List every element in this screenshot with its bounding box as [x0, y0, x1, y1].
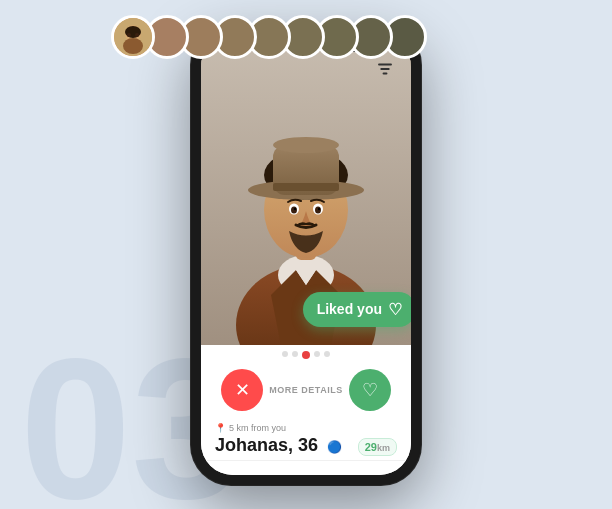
dot-3-active [302, 351, 310, 359]
svg-point-5 [123, 38, 143, 54]
profile-info: 📍 5 km from you Johanas, 36 🔵 29km [201, 417, 411, 460]
svg-point-24 [318, 207, 320, 209]
phone-frame: 9:41 ▲ [191, 25, 421, 485]
svg-point-22 [315, 206, 321, 213]
liked-you-text: Liked you [317, 301, 382, 317]
svg-point-17 [273, 137, 339, 153]
like-icon: ♡ [362, 379, 378, 401]
name-verified-group: Johanas, 36 🔵 [215, 435, 342, 456]
dislike-button[interactable]: ✕ [221, 369, 263, 411]
bottom-navigation [201, 460, 411, 475]
more-details-label[interactable]: MORE DETAILS [269, 385, 342, 395]
svg-point-3 [127, 33, 131, 37]
name-row: Johanas, 36 🔵 29km [215, 435, 397, 456]
photo-dots-indicator [201, 345, 411, 363]
messages-nav-item[interactable] [326, 469, 362, 475]
svg-point-23 [294, 207, 296, 209]
dot-1 [282, 351, 288, 357]
location-text: 5 km from you [229, 423, 286, 433]
likes-nav-item[interactable] [288, 469, 324, 475]
liked-you-heart-icon: ♡ [388, 300, 402, 319]
explore-nav-item[interactable] [250, 469, 286, 475]
age-badge: 29km [358, 438, 397, 456]
filter-button[interactable] [371, 55, 399, 83]
story-avatars-strip [111, 15, 427, 59]
svg-point-21 [291, 206, 297, 213]
action-buttons-row: ✕ MORE DETAILS ♡ [201, 363, 411, 417]
dot-5 [324, 351, 330, 357]
profile-nav-item[interactable] [212, 469, 248, 475]
svg-rect-18 [273, 183, 339, 191]
liked-you-badge[interactable]: Liked you ♡ [303, 292, 411, 327]
location-pin-icon: 📍 [215, 423, 226, 433]
dot-4 [314, 351, 320, 357]
age-unit: km [377, 443, 390, 453]
verified-icon: 🔵 [327, 440, 342, 454]
dot-2 [292, 351, 298, 357]
profile-name: Johanas, 36 [215, 435, 318, 455]
like-button[interactable]: ♡ [349, 369, 391, 411]
menu-nav-item[interactable] [364, 469, 400, 475]
age-value: 29 [365, 441, 377, 453]
dislike-icon: ✕ [235, 379, 250, 401]
svg-point-4 [135, 33, 139, 37]
story-avatar-1[interactable] [111, 15, 155, 59]
phone-wrapper: 9:41 ▲ [191, 25, 421, 485]
location-row: 📍 5 km from you [215, 423, 397, 433]
phone-screen: 9:41 ▲ [201, 35, 411, 475]
